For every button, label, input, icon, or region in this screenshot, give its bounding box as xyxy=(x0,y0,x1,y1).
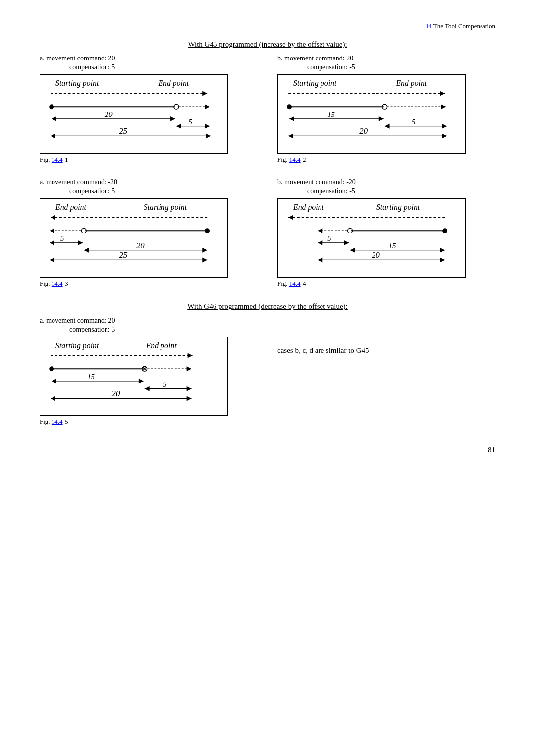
fig-suffix-a3: -5 xyxy=(63,418,68,425)
svg-marker-15 xyxy=(205,124,210,129)
svg-fig2: Starting point End point 15 xyxy=(278,75,465,153)
comp-label-b2: compensation: -5 xyxy=(307,187,495,195)
svg-marker-39 xyxy=(288,134,293,139)
svg-marker-81 xyxy=(318,258,322,263)
diagram-box-a1: Starting point End point 20 xyxy=(40,74,228,154)
svg-marker-3 xyxy=(202,91,207,96)
svg-text:15: 15 xyxy=(327,111,335,118)
svg-text:End point: End point xyxy=(55,203,86,212)
diagram-col-a1: a. movement command: 20 compensation: 5 … xyxy=(40,55,258,164)
diagram-box-a2: End point Starting point 5 xyxy=(40,198,228,278)
svg-text:20: 20 xyxy=(372,250,380,260)
fig-label-a3: Fig. 14.4-5 xyxy=(40,418,258,426)
svg-marker-73 xyxy=(318,240,322,245)
svg-text:Starting point: Starting point xyxy=(144,203,187,212)
svg-marker-18 xyxy=(51,134,55,139)
svg-marker-35 xyxy=(385,124,390,129)
fig-link-b1[interactable]: 14.4 xyxy=(289,156,301,163)
svg-text:Starting point: Starting point xyxy=(293,79,337,88)
svg-marker-60 xyxy=(50,258,54,263)
svg-marker-24 xyxy=(440,91,445,96)
svg-marker-71 xyxy=(318,228,322,233)
svg-marker-31 xyxy=(289,116,294,121)
svg-text:5: 5 xyxy=(327,234,331,242)
svg-marker-105 xyxy=(187,396,192,401)
svg-marker-45 xyxy=(51,215,55,220)
svg-marker-61 xyxy=(202,258,207,263)
svg-text:15: 15 xyxy=(389,242,396,250)
comp-label-a2: compensation: 5 xyxy=(69,187,258,195)
fig-link-a3[interactable]: 14.4 xyxy=(52,418,63,425)
diagram-box-a3: Starting point End point xyxy=(40,337,228,416)
cmd-label-a2: a. movement command: -20 xyxy=(40,178,258,186)
fig-suffix-b2: -4 xyxy=(301,280,306,287)
svg-marker-100 xyxy=(145,386,150,391)
page-header: 14 The Tool Compensation xyxy=(40,20,495,30)
svg-marker-32 xyxy=(379,116,384,121)
svg-marker-36 xyxy=(442,124,447,129)
svg-text:20: 20 xyxy=(136,241,145,250)
svg-marker-77 xyxy=(350,248,355,253)
fig-label-b1: Fig. 14.4-2 xyxy=(277,156,495,164)
cmd-label-b1: b. movement command: 20 xyxy=(277,55,495,62)
svg-text:Starting point: Starting point xyxy=(55,79,99,88)
svg-text:End point: End point xyxy=(158,79,189,88)
section1-title: With G45 programmed (increase by the off… xyxy=(40,40,495,49)
svg-text:Starting point: Starting point xyxy=(55,341,99,350)
svg-text:End point: End point xyxy=(146,341,177,350)
svg-marker-104 xyxy=(51,396,55,401)
page-number: 81 xyxy=(40,446,495,454)
cmd-label-b2: b. movement command: -20 xyxy=(277,178,495,186)
note-col: cases b, c, d are similar to G45 xyxy=(277,317,495,426)
svg-marker-87 xyxy=(188,353,193,358)
section2-title: With G46 programmed (decrease by the off… xyxy=(40,302,495,311)
diagram-box-b1: Starting point End point 15 xyxy=(277,74,466,154)
fig-label-a2: Fig. 14.4-3 xyxy=(40,280,258,288)
svg-text:5: 5 xyxy=(412,118,415,126)
cmd-label-a1: a. movement command: 20 xyxy=(40,55,258,62)
diagram-row-2: a. movement command: -20 compensation: 5… xyxy=(40,178,495,288)
fig-link-a2[interactable]: 14.4 xyxy=(52,280,63,287)
svg-text:End point: End point xyxy=(293,203,324,212)
svg-marker-40 xyxy=(442,134,447,139)
svg-text:Starting point: Starting point xyxy=(376,203,420,212)
svg-marker-53 xyxy=(78,240,83,245)
fig-suffix-a1: -1 xyxy=(63,156,68,163)
fig-label-a1: Fig. 14.4-1 xyxy=(40,156,258,164)
fig-suffix-b1: -2 xyxy=(301,156,306,163)
svg-marker-11 xyxy=(170,116,175,121)
comp-label-b1: compensation: -5 xyxy=(307,63,495,71)
fig-link-a1[interactable]: 14.4 xyxy=(52,156,63,163)
cmd-label-a3: a. movement command: 20 xyxy=(40,317,258,325)
svg-fig4: End point Starting point 5 xyxy=(278,199,465,277)
diagram-col-a3: a. movement command: 20 compensation: 5 … xyxy=(40,317,258,426)
diagram-row-1: a. movement command: 20 compensation: 5 … xyxy=(40,55,495,164)
svg-text:15: 15 xyxy=(87,373,95,381)
diagram-box-b2: End point Starting point 5 xyxy=(277,198,466,278)
svg-marker-94 xyxy=(187,366,192,371)
svg-text:20: 20 xyxy=(359,126,368,136)
header-link[interactable]: 14 xyxy=(426,22,432,30)
comp-label-a3: compensation: 5 xyxy=(69,326,258,334)
diagram-col-a2: a. movement command: -20 compensation: 5… xyxy=(40,178,258,288)
fig-link-b2[interactable]: 14.4 xyxy=(289,280,301,287)
svg-marker-101 xyxy=(187,386,192,391)
svg-marker-74 xyxy=(344,240,349,245)
svg-marker-66 xyxy=(288,215,293,220)
svg-fig5: Starting point End point xyxy=(40,337,227,415)
header-text: The Tool Compensation xyxy=(432,22,495,30)
svg-text:20: 20 xyxy=(112,389,120,398)
cases-note: cases b, c, d are similar to G45 xyxy=(277,347,369,355)
svg-marker-52 xyxy=(50,240,54,245)
svg-fig1: Starting point End point 20 xyxy=(40,75,227,153)
svg-text:5: 5 xyxy=(60,234,64,242)
svg-marker-50 xyxy=(50,228,54,233)
svg-text:25: 25 xyxy=(119,250,127,260)
svg-marker-78 xyxy=(440,248,445,253)
svg-text:5: 5 xyxy=(189,118,192,126)
svg-marker-10 xyxy=(52,116,56,121)
svg-text:End point: End point xyxy=(395,79,427,88)
comp-label-a1: compensation: 5 xyxy=(69,63,258,71)
fig-suffix-a2: -3 xyxy=(63,280,68,287)
svg-text:25: 25 xyxy=(119,126,127,136)
